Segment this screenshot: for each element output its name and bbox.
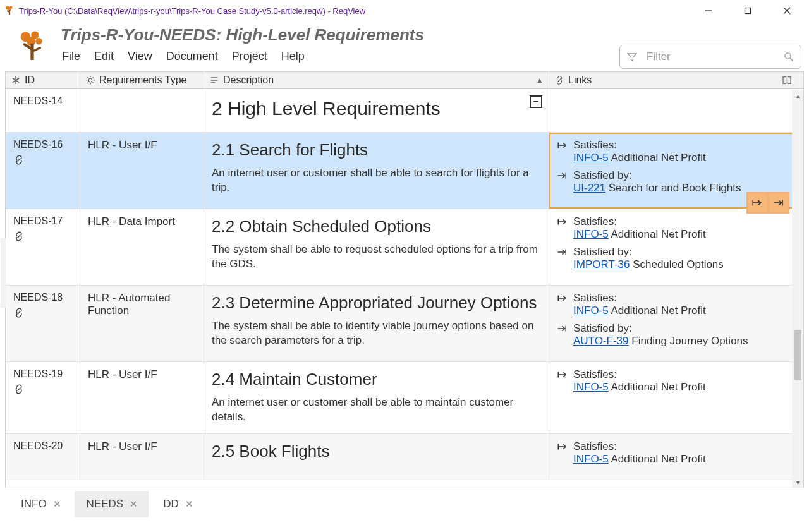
link-target-id[interactable]: AUTO-F-39: [573, 335, 629, 347]
menu-help[interactable]: Help: [281, 50, 305, 63]
link-target-text: Additional Net Profit: [611, 381, 706, 393]
filter-box[interactable]: [619, 45, 801, 69]
asterisk-icon: [11, 75, 21, 85]
column-header-description-label: Description: [223, 75, 274, 86]
links-cell[interactable]: Satisfies:INFO-5 Additional Net Profit: [549, 362, 794, 433]
link-block: Satisfies:INFO-5 Additional Net Profit: [557, 440, 787, 466]
link-target-id[interactable]: INFO-5: [573, 228, 609, 240]
menu-edit[interactable]: Edit: [94, 50, 114, 63]
link-out-icon: [557, 294, 568, 303]
link-target-id[interactable]: UI-221: [573, 182, 605, 194]
has-links-icon: [13, 231, 72, 242]
tab-needs[interactable]: NEEDS✕: [75, 491, 149, 517]
close-icon[interactable]: ✕: [130, 499, 138, 510]
link-target-text: Additional Net Profit: [611, 152, 706, 164]
link-block: Satisfies:INFO-5 Additional Net Profit: [557, 292, 787, 317]
table-row[interactable]: NEEDS-20HLR - User I/F2.5 Book FlightsSa…: [6, 434, 803, 480]
link-target-id[interactable]: INFO-5: [573, 152, 609, 164]
scroll-up-icon[interactable]: ▴: [792, 90, 803, 101]
menu-view[interactable]: View: [128, 50, 152, 63]
req-id: NEEDS-14: [13, 95, 63, 106]
type-cell[interactable]: [80, 89, 204, 132]
table-row[interactable]: NEEDS-19HLR - User I/F2.4 Maintain Custo…: [6, 362, 803, 434]
vertical-scrollbar[interactable]: ▴ ▾: [792, 90, 803, 488]
section-heading: 2.5 Book Flights: [212, 442, 541, 461]
left-splitter[interactable]: [1, 238, 6, 308]
paragraph-icon: [209, 75, 219, 85]
trace-out-button[interactable]: [748, 193, 767, 212]
column-header-id[interactable]: ID: [6, 72, 80, 88]
table-row[interactable]: NEEDS-17HLR - Data Import2.2 Obtain Sche…: [6, 209, 803, 286]
link-target-id[interactable]: INFO-5: [573, 453, 609, 465]
scroll-down-icon[interactable]: ▾: [792, 476, 803, 488]
gear-icon: [85, 75, 95, 85]
id-cell[interactable]: NEEDS-16: [6, 133, 80, 209]
id-cell[interactable]: NEEDS-18: [6, 286, 80, 361]
window-close-button[interactable]: [782, 6, 798, 15]
links-cell[interactable]: Satisfies:INFO-5 Additional Net ProfitSa…: [549, 209, 794, 285]
link-target-id[interactable]: INFO-5: [573, 305, 609, 317]
links-cell[interactable]: [549, 89, 794, 132]
column-header-row: ID Requirements Type Description ▲ Links: [6, 72, 803, 89]
menu-document[interactable]: Document: [166, 50, 218, 63]
columns-layout-icon[interactable]: [782, 75, 792, 85]
link-relation-label: Satisfies:: [573, 292, 617, 305]
description-cell[interactable]: 2.4 Maintain CustomerAn internet user or…: [204, 362, 549, 433]
tab-label: INFO: [21, 498, 47, 511]
window-titlebar: Trips-R-You (C:\Data\ReqView\trips-r-you…: [0, 0, 809, 20]
column-header-description[interactable]: Description ▲: [204, 72, 549, 88]
link-in-icon: [557, 324, 568, 333]
type-cell[interactable]: HLR - User I/F: [80, 362, 204, 433]
link-block: Satisfied by:UI-221 Search for and Book …: [557, 169, 787, 195]
svg-rect-5: [745, 8, 751, 14]
window-minimize-button[interactable]: [704, 6, 719, 15]
scroll-thumb[interactable]: [794, 330, 801, 380]
description-cell[interactable]: 2.1 Search for FlightsAn internet user o…: [204, 133, 549, 209]
search-icon[interactable]: [783, 51, 794, 63]
tab-dd[interactable]: DD✕: [151, 491, 204, 517]
document-tabs: INFO✕NEEDS✕DD✕: [0, 488, 809, 517]
description-cell[interactable]: 2.2 Obtain Scheduled OptionsThe system s…: [204, 209, 549, 285]
column-header-type[interactable]: Requirements Type: [80, 72, 204, 88]
has-links-icon: [13, 307, 72, 318]
table-row[interactable]: NEEDS-142 High Level Requirements−: [6, 89, 803, 133]
type-cell[interactable]: HLR - Data Import: [80, 209, 204, 285]
menu-file[interactable]: File: [62, 50, 80, 63]
description-cell[interactable]: 2.5 Book Flights: [204, 434, 549, 480]
sort-asc-icon[interactable]: ▲: [536, 76, 544, 85]
link-relation-label: Satisfies:: [573, 368, 617, 381]
link-relation-label: Satisfies:: [573, 139, 617, 152]
link-target-id[interactable]: IMPORT-36: [573, 258, 630, 270]
id-cell[interactable]: NEEDS-14: [6, 89, 80, 132]
links-cell[interactable]: Satisfies:INFO-5 Additional Net Profit: [549, 434, 794, 480]
type-cell[interactable]: HLR - Automated Function: [80, 286, 204, 361]
type-cell[interactable]: HLR - User I/F: [80, 133, 204, 209]
has-links-icon: [13, 384, 72, 395]
id-cell[interactable]: NEEDS-19: [6, 362, 80, 433]
close-icon[interactable]: ✕: [185, 499, 193, 510]
id-cell[interactable]: NEEDS-17: [6, 209, 80, 285]
menu-project[interactable]: Project: [232, 50, 267, 63]
tab-info[interactable]: INFO✕: [9, 491, 72, 517]
collapse-toggle[interactable]: −: [530, 95, 542, 108]
close-icon[interactable]: ✕: [53, 499, 61, 510]
links-cell[interactable]: Satisfies:INFO-5 Additional Net ProfitSa…: [549, 286, 794, 361]
section-heading: 2.4 Maintain Customer: [212, 370, 541, 389]
link-in-icon: [557, 248, 568, 257]
table-row[interactable]: NEEDS-16HLR - User I/F2.1 Search for Fli…: [6, 133, 803, 209]
window-maximize-button[interactable]: [743, 6, 758, 15]
table-row[interactable]: NEEDS-18HLR - Automated Function2.3 Dete…: [6, 286, 803, 362]
column-header-type-label: Requirements Type: [99, 75, 186, 86]
trace-in-button[interactable]: [769, 193, 788, 212]
svg-line-14: [790, 58, 793, 61]
id-cell[interactable]: NEEDS-20: [6, 434, 80, 480]
link-target-id[interactable]: INFO-5: [573, 381, 609, 393]
description-cell[interactable]: 2 High Level Requirements−: [204, 89, 549, 132]
req-id: NEEDS-17: [13, 215, 63, 226]
type-cell[interactable]: HLR - User I/F: [80, 434, 204, 480]
link-relation-label: Satisfies:: [573, 440, 617, 453]
svg-rect-3: [9, 10, 10, 15]
filter-input[interactable]: [645, 50, 783, 64]
column-header-links[interactable]: Links: [549, 72, 794, 88]
description-cell[interactable]: 2.3 Determine Appropriated Journey Optio…: [204, 286, 549, 361]
